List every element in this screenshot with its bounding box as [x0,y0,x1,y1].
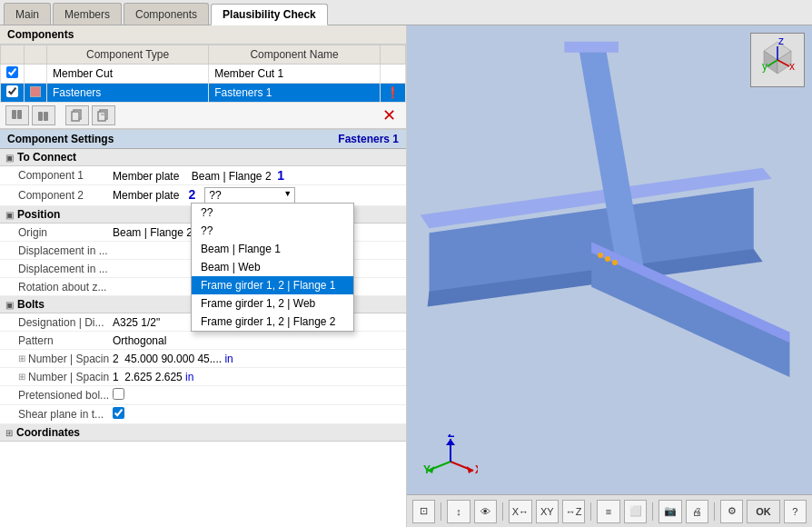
view-btn-print[interactable]: 🖨 [686,500,708,523]
component1-row: Component 1 Member plate Beam | Flange 2… [0,166,406,185]
view-btn-eye[interactable]: 👁 [474,500,497,523]
designation-label: Designation | Di... [0,315,109,330]
pattern-value: Orthogonal [109,333,406,348]
row1-color [25,65,47,84]
svg-text:Z: Z [448,434,454,440]
dropdown-item-6[interactable]: Frame girder 1, 2 | Web [192,294,353,313]
tab-main[interactable]: Main [4,3,51,25]
pattern-row: Pattern Orthogonal [0,332,406,350]
tab-plausibility[interactable]: Plausibility Check [211,4,328,25]
dropdown-item-7[interactable]: Frame girder 1, 2 | Flange 2 [192,313,353,331]
origin-label: Origin [0,225,109,240]
paste-button[interactable] [92,105,115,125]
view-btn-settings[interactable]: ⚙ [720,500,743,523]
separator-3 [590,502,591,521]
component2-dropdown[interactable]: ?? ▼ [204,187,295,204]
settings-header: Component Settings Fasteners 1 [0,130,406,149]
disp-x-label: Displacement in ... Δx2 [0,244,109,258]
component2-type: Member plate [113,189,179,202]
separator-4 [652,502,653,521]
pretensioned-row: Pretensioned bol... [0,386,406,405]
view-btn-help[interactable]: ? [784,500,807,523]
move-up-button[interactable] [5,105,29,125]
components-scroll: Component Type Component Name Member Cut… [0,45,406,103]
svg-rect-3 [44,112,48,121]
component2-selected: ?? [209,189,221,202]
left-panel: Components Component Type Component Name [0,25,407,527]
shear-row: Shear plane in t... [0,405,406,424]
view-btn-xy[interactable]: XY [536,500,559,523]
disp-y-label: Displacement in ... Δy2 [0,262,109,276]
group-to-connect-label: To Connect [17,151,76,164]
group-coordinates-header[interactable]: ⊞ Coordinates [0,424,406,442]
components-toolbar: ✕ [0,103,406,129]
shear-value[interactable] [109,406,406,423]
view-btn-ok[interactable]: OK [747,500,779,523]
component1-number: 1 [277,168,284,183]
pretensioned-value[interactable] [109,387,406,403]
move-down-button[interactable] [32,105,55,125]
pretensioned-checkbox[interactable] [113,388,124,400]
dropdown-item-5[interactable]: Frame girder 1, 2 | Flange 1 [192,276,353,294]
shear-checkbox[interactable] [113,407,124,419]
table-row[interactable]: Fasteners Fasteners 1 ❗ [1,84,406,103]
group-to-connect: ▣ To Connect Component 1 Member plate Be… [0,149,406,206]
beam-scene [407,25,812,494]
row2-color [25,84,47,103]
dropdown-item-3[interactable]: Beam | Flange 1 [192,240,353,258]
row1-type: Member Cut [47,65,209,84]
svg-text:X: X [475,463,478,476]
row1-checkbox[interactable] [1,65,25,84]
component2-value: Member plate 2 ?? ▼ ?? ?? Beam | Flang [109,186,406,204]
delete-button[interactable]: ✕ [377,105,401,125]
num-spacing-2-value: 1 2.625 2.625 in [109,370,406,384]
dropdown-item-2[interactable]: ?? [192,222,353,240]
col-err [381,45,406,65]
num-spacing-1-value: 2 45.000 90.000 45.... in [109,352,406,366]
svg-rect-5 [72,112,79,121]
dropdown-item-4[interactable]: Beam | Web [192,258,353,276]
collapse-icon: ▣ [5,153,14,163]
svg-text:Y: Y [423,463,431,476]
main-layout: Components Component Type Component Name [0,25,812,527]
view-btn-x[interactable]: X↔ [509,500,531,523]
col-check [1,45,25,65]
svg-point-28 [612,260,618,265]
view-toolbar: ⊡ ↕ 👁 X↔ XY ↔Z ≡ ⬜ 📷 🖨 ⚙ OK ? [407,494,812,527]
component1-type: Member plate [113,170,179,183]
view-btn-render[interactable]: ⬜ [624,500,647,523]
col-type-header: Component Type [47,45,209,65]
group-to-connect-header[interactable]: ▣ To Connect [0,149,406,166]
view-btn-xz[interactable]: ↔Z [562,500,585,523]
tab-members[interactable]: Members [53,3,122,25]
separator-2 [502,502,503,521]
view-btn-rotate[interactable]: ↕ [447,500,470,523]
view-btn-camera[interactable]: 📷 [659,500,681,523]
tab-bar: Main Members Components Plausibility Che… [0,0,812,25]
svg-rect-2 [38,112,43,121]
components-section-title: Components [0,25,406,45]
table-row[interactable]: Member Cut Member Cut 1 [1,65,406,84]
dropdown-item-1[interactable]: ?? [192,204,353,222]
view-btn-layers[interactable]: ≡ [597,500,619,523]
unit2: in [185,371,193,383]
num-spacing-2-row: ⊞ Number | Spacin... 1 2.625 2.625 in [0,368,406,386]
view-btn-1[interactable]: ⊡ [412,500,435,523]
copy-button[interactable] [65,105,89,125]
col-name-header: Component Name [209,45,381,65]
row1-name: Member Cut 1 [209,65,381,84]
dropdown-arrow-icon: ▼ [283,189,292,198]
svg-rect-7 [98,112,105,121]
components-table: Component Type Component Name Member Cut… [0,45,406,103]
component2-dropdown-menu: ?? ?? Beam | Flange 1 Beam | Web Frame g… [191,203,354,332]
axis-indicator: X Y Z [423,434,478,487]
rotation-label: Rotation about z... φz2 [0,280,109,294]
tab-components[interactable]: Components [124,3,209,25]
group-coordinates: ⊞ Coordinates [0,424,406,442]
pattern-label: Pattern [0,333,109,348]
components-area: Components Component Type Component Name [0,25,406,130]
row2-checkbox[interactable] [1,84,25,103]
pretensioned-label: Pretensioned bol... [0,388,109,403]
group-position-label: Position [17,208,60,221]
coords-collapse-icon: ⊞ [5,428,13,438]
